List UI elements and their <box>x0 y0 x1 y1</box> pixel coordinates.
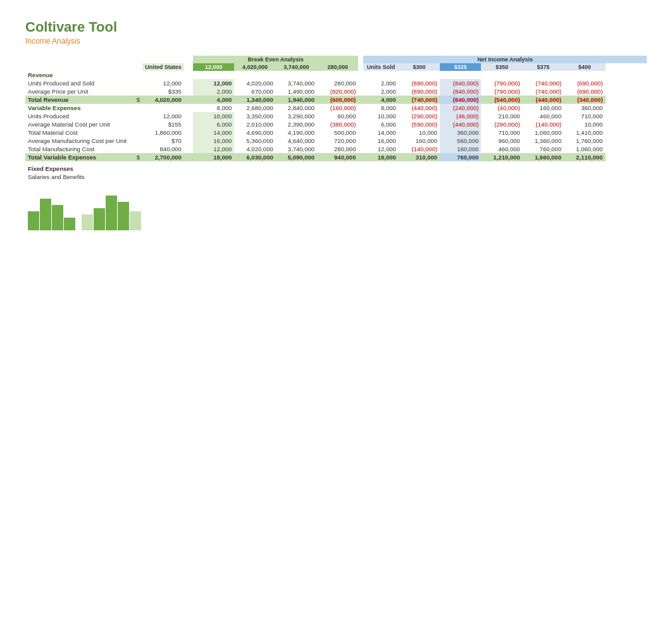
row-units-produced-sold: Units Produced and Sold 12,000 12,000 4,… <box>25 79 647 87</box>
ve-ni-3: (240,000) <box>440 104 481 112</box>
be-avg-price-3: 1,490,000 <box>276 87 317 96</box>
be-total-mat-4: 500,000 <box>317 128 358 137</box>
ni-total-mfg-2: (140,000) <box>399 145 440 153</box>
ve-be-1: 8,000 <box>193 104 234 112</box>
ve-be-3: 2,840,000 <box>276 104 317 112</box>
total-material-cost-current: 1,860,000 <box>142 128 184 137</box>
ni-total-ve-2: 310,000 <box>399 153 440 161</box>
ni-total-ve-3: 760,000 <box>440 153 481 161</box>
units-produced-label: Units Produced <box>25 112 134 120</box>
be-units-produced-2: 3,350,000 <box>234 112 275 120</box>
total-revenue-dollar: $ <box>134 96 142 104</box>
row-total-material-cost: Total Material Cost 1,860,000 14,000 4,6… <box>25 128 647 137</box>
ve-ni-6: 360,000 <box>564 104 605 112</box>
be-avg-mfg-2: 5,360,000 <box>234 137 275 145</box>
ni-avg-mat-1: 6,000 <box>363 120 398 128</box>
break-even-header: Break Even Analysis <box>193 56 358 63</box>
ni-units-produced-3: (46,000) <box>440 112 481 120</box>
col-be-units: 12,000 <box>193 63 234 71</box>
col-ni-325: $325 <box>440 63 481 71</box>
be-avg-mat-2: 2,010,000 <box>234 120 275 128</box>
ve-ni-1: 8,000 <box>363 104 398 112</box>
variable-expenses-section-row: Variable Expenses 8,000 2,680,000 2,840,… <box>25 104 647 112</box>
ni-units-produced-1: 10,000 <box>363 112 398 120</box>
ni-units-produced-5: 460,000 <box>523 112 564 120</box>
ve-ni-5: 160,000 <box>523 104 564 112</box>
be-total-ve-3: 5,090,000 <box>276 153 317 161</box>
ni-total-mat-2: 10,000 <box>399 128 440 137</box>
col-current: United States <box>142 63 184 71</box>
ni-avg-mfg-4: 960,000 <box>481 137 522 145</box>
be-total-ve-2: 6,030,000 <box>234 153 275 161</box>
avg-price-label: Average Price per Unit <box>25 87 134 96</box>
row-total-revenue: Total Revenue $ 4,020,000 4,000 1,340,00… <box>25 96 647 104</box>
be-total-mfg-1: 12,000 <box>193 145 234 153</box>
ni-avg-mat-2: (590,000) <box>399 120 440 128</box>
ni-avg-mat-3: (440,000) <box>440 120 481 128</box>
avg-material-cost-label: Average Material Cost per Unit <box>25 120 134 128</box>
col-ni-350: $350 <box>481 63 522 71</box>
variable-expenses-label: Variable Expenses <box>25 104 134 112</box>
ni-total-ve-1: 18,000 <box>363 153 398 161</box>
be-total-ve-4: 940,000 <box>317 153 358 161</box>
ni-units-produced-4: 210,000 <box>481 112 522 120</box>
ni-total-mat-4: 710,000 <box>481 128 522 137</box>
total-ve-dollar: $ <box>134 153 142 161</box>
be-total-mat-2: 4,690,000 <box>234 128 275 137</box>
ve-current <box>142 104 184 112</box>
ni-total-mfg-1: 12,000 <box>363 145 398 153</box>
be-avg-price-1: 2,000 <box>193 87 234 96</box>
ni-avg-mfg-3: 560,000 <box>440 137 481 145</box>
col-ni-375: $375 <box>523 63 564 71</box>
ni-total-mat-6: 1,410,000 <box>564 128 605 137</box>
row-avg-price: Average Price per Unit $335 2,000 670,00… <box>25 87 647 96</box>
ni-total-revenue-6: (340,000) <box>564 96 605 104</box>
be-total-revenue-4: (600,000) <box>317 96 358 104</box>
total-material-cost-label: Total Material Cost <box>25 128 134 137</box>
be-units-produced-sold-1: 12,000 <box>193 79 234 87</box>
header-row-1: Break Even Analysis Net Income Analysis <box>25 56 647 63</box>
ni-total-ve-4: 1,210,000 <box>481 153 522 161</box>
ni-total-revenue-1: 4,000 <box>363 96 398 104</box>
ni-avg-mfg-1: 16,000 <box>363 137 398 145</box>
salaries-label: Salaries and Benefits <box>25 173 134 181</box>
be-total-mfg-4: 280,000 <box>317 145 358 153</box>
avg-material-cost-current: $155 <box>142 120 184 128</box>
ve-ni-2: (440,000) <box>399 104 440 112</box>
be-avg-mat-4: (380,000) <box>317 120 358 128</box>
ni-total-ve-6: 2,110,000 <box>564 153 605 161</box>
be-units-produced-4: 60,000 <box>317 112 358 120</box>
ni-total-revenue-4: (540,000) <box>481 96 522 104</box>
ni-avg-price-1: 2,000 <box>363 87 398 96</box>
ni-total-ve-5: 1,660,000 <box>523 153 564 161</box>
ni-units-sold-1: 2,000 <box>363 79 398 87</box>
be-units-produced-sold-2: 4,020,000 <box>234 79 275 87</box>
col-be-rev: 4,020,000 <box>234 63 275 71</box>
units-produced-current: 12,000 <box>142 112 184 120</box>
be-total-mat-1: 14,000 <box>193 128 234 137</box>
be-units-produced-1: 10,000 <box>193 112 234 120</box>
ni-total-revenue-5: (440,000) <box>523 96 564 104</box>
ni-avg-mfg-6: 1,760,000 <box>564 137 605 145</box>
ni-units-produced-2: (290,000) <box>399 112 440 120</box>
ni-total-mat-5: 1,060,000 <box>523 128 564 137</box>
row-total-variable-expenses: Total Variable Expenses $ 2,700,000 18,0… <box>25 153 647 161</box>
row-units-produced: Units Produced 12,000 10,000 3,350,000 3… <box>25 112 647 120</box>
col-ni-400: $400 <box>564 63 605 71</box>
col-be-exp: 3,740,000 <box>276 63 317 71</box>
ni-total-mfg-4: 460,000 <box>481 145 522 153</box>
be-total-revenue-1: 4,000 <box>193 96 234 104</box>
ni-units-produced-6: 710,000 <box>564 112 605 120</box>
ni-avg-price-4: (790,000) <box>481 87 522 96</box>
units-produced-sold-label: Units Produced and Sold <box>25 79 134 87</box>
row-total-mfg-cost: Total Manufacturing Cost 840,000 12,000 … <box>25 145 647 153</box>
total-variable-expenses-label: Total Variable Expenses <box>25 153 134 161</box>
be-avg-price-2: 670,000 <box>234 87 275 96</box>
ni-avg-mat-6: 10,000 <box>564 120 605 128</box>
be-units-produced-sold-3: 3,740,000 <box>276 79 317 87</box>
total-mfg-cost-current: 840,000 <box>142 145 184 153</box>
ni-avg-price-5: (740,000) <box>523 87 564 96</box>
be-total-mat-3: 4,190,000 <box>276 128 317 137</box>
app-subtitle: Income Analysis <box>25 37 647 46</box>
be-avg-mfg-4: 720,000 <box>317 137 358 145</box>
